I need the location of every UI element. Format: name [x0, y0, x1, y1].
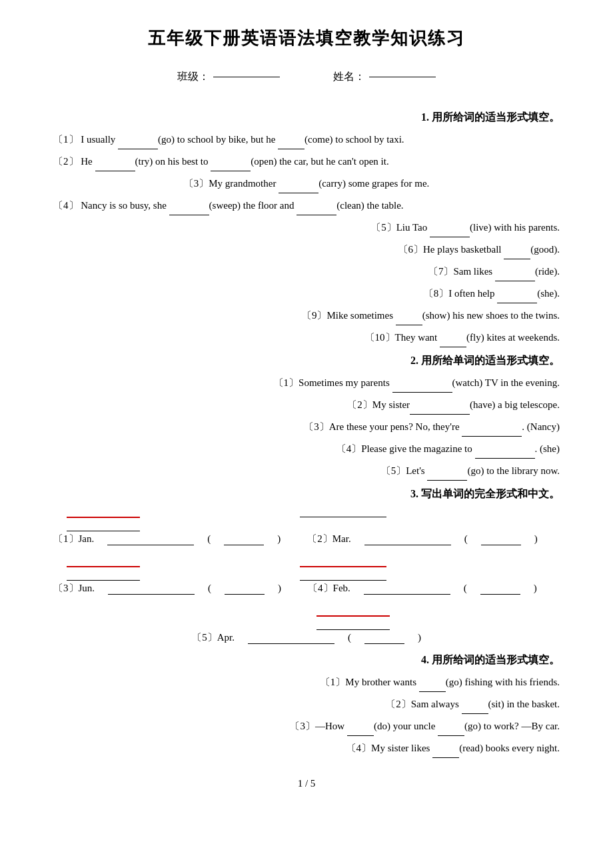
exercise-1-2: 〔2〕 He (try) on his best to (open) the c…	[53, 151, 560, 171]
s3-item3-num: 〔3〕Jun.	[53, 582, 95, 595]
class-field: 班级：	[177, 70, 280, 84]
exercise-2-3: 〔3〕Are these your pens? No, they're . (N…	[53, 416, 560, 437]
name-label: 姓名：	[333, 70, 365, 84]
student-info: 班级： 姓名：	[53, 70, 560, 84]
exercise-1-5: 〔5〕Liu Tao (live) with his parents.	[53, 217, 560, 237]
exercise-2-4: 〔4〕Please give the magazine to . (she)	[53, 438, 560, 459]
blank[interactable]	[392, 372, 452, 393]
section1-title: 1. 用所给词的适当形式填空。	[53, 111, 560, 125]
blank[interactable]	[440, 327, 466, 347]
s3-item3-blank[interactable]	[108, 583, 195, 595]
s3-item2-num: 〔2〕Mar.	[307, 533, 350, 545]
class-label: 班级：	[177, 70, 209, 84]
num: 〔4〕	[53, 200, 79, 211]
s3-item4-paren[interactable]	[480, 583, 520, 595]
s3-item5-paren[interactable]	[364, 632, 404, 644]
name-field: 姓名：	[333, 70, 436, 84]
blank[interactable]	[504, 239, 530, 259]
blank[interactable]	[396, 305, 422, 325]
section3-title: 3. 写出单词的完全形式和中文。	[53, 487, 560, 501]
exercise-1-1: 〔1〕 I usually (go) to school by bike, bu…	[53, 129, 560, 149]
blank[interactable]	[410, 394, 470, 415]
exercise-4-2: 〔2〕Sam always (sit) in the basket.	[53, 693, 560, 714]
class-input[interactable]	[213, 77, 280, 77]
s3-item4-blank[interactable]	[364, 583, 450, 595]
s3-item2-blank[interactable]	[364, 533, 451, 545]
exercise-2-2: 〔2〕My sister (have) a big telescope.	[53, 394, 560, 415]
section2: 2. 用所给单词的适当形式填空。 〔1〕Sometimes my parents…	[53, 354, 560, 481]
page-title: 五年级下册英语语法填空教学知识练习	[53, 27, 560, 50]
section1: 1. 用所给词的适当形式填空。 〔1〕 I usually (go) to sc…	[53, 111, 560, 347]
name-input[interactable]	[369, 77, 436, 77]
blank[interactable]	[278, 129, 305, 149]
blank[interactable]	[279, 173, 318, 193]
exercise-1-6: 〔6〕He plays basketball (good).	[53, 239, 560, 259]
blank[interactable]	[495, 261, 535, 281]
exercise-1-4: 〔4〕 Nancy is so busy, she (sweep) the fl…	[53, 195, 560, 215]
exercise-1-10: 〔10〕They want (fly) kites at weekends.	[53, 327, 560, 347]
blank[interactable]	[462, 693, 488, 714]
blank[interactable]	[347, 715, 374, 736]
blank[interactable]	[211, 151, 251, 171]
exercise-1-9: 〔9〕Mike sometimes (show) his new shoes t…	[53, 305, 560, 325]
exercise-4-1: 〔1〕My brother wants (go) fishing with hi…	[53, 671, 560, 692]
blank[interactable]	[497, 283, 537, 303]
s3-item2-paren[interactable]	[481, 533, 521, 545]
blank[interactable]	[475, 438, 535, 459]
blank[interactable]	[419, 671, 446, 692]
blank[interactable]	[438, 715, 464, 736]
s3-item5-num: 〔5〕Apr.	[192, 631, 235, 644]
blank[interactable]	[427, 460, 467, 481]
s3-item1-blank[interactable]	[107, 533, 194, 545]
exercise-4-3: 〔3〕—How (do) your uncle (go) to work? —B…	[53, 715, 560, 736]
s3-item1-num: 〔1〕Jan.	[53, 533, 94, 545]
s3-item1-paren[interactable]	[224, 533, 264, 545]
section4-title: 4. 用所给词的适当形式填空。	[53, 653, 560, 667]
blank[interactable]	[430, 217, 470, 237]
exercise-4-4: 〔4〕My sister likes (read) books every ni…	[53, 737, 560, 758]
num: 〔1〕	[53, 134, 79, 145]
page-footer: 1 / 5	[53, 778, 560, 789]
s3-item3-paren[interactable]	[225, 583, 265, 595]
s3-item5-blank[interactable]	[248, 632, 334, 644]
exercise-1-8: 〔8〕I often help (she).	[53, 283, 560, 303]
section2-title: 2. 用所给单词的适当形式填空。	[53, 354, 560, 368]
blank[interactable]	[432, 737, 459, 758]
num: 〔2〕	[53, 156, 79, 167]
exercise-1-7: 〔7〕Sam likes (ride).	[53, 261, 560, 281]
blank[interactable]	[95, 151, 135, 171]
s3-item4-num: 〔4〕Feb.	[308, 582, 350, 595]
blank[interactable]	[118, 129, 158, 149]
blank[interactable]	[297, 195, 336, 215]
section3: 3. 写出单词的完全形式和中文。 〔1〕Jan. ( ) 〔2〕Mar. ( )	[53, 487, 560, 644]
blank[interactable]	[462, 416, 522, 437]
exercise-2-1: 〔1〕Sometimes my parents (watch) TV in th…	[53, 372, 560, 393]
page-number: 1 / 5	[298, 778, 316, 789]
exercise-1-3: 〔3〕My grandmother (carry) some grapes fo…	[53, 173, 560, 193]
blank[interactable]	[169, 195, 209, 215]
exercise-2-5: 〔5〕Let's (go) to the library now.	[53, 460, 560, 481]
section4: 4. 用所给词的适当形式填空。 〔1〕My brother wants (go)…	[53, 653, 560, 758]
